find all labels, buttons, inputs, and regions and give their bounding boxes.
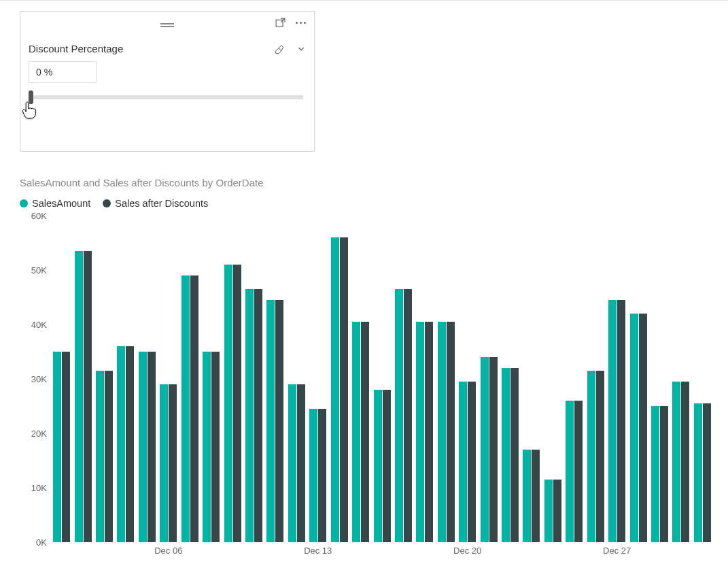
bar-salesamount[interactable] bbox=[438, 322, 446, 542]
bar-salesamount[interactable] bbox=[416, 322, 424, 542]
bar-group[interactable] bbox=[137, 216, 158, 542]
bar-group[interactable] bbox=[649, 216, 670, 542]
bar-salesamount[interactable] bbox=[523, 450, 531, 542]
bar-group[interactable] bbox=[94, 216, 115, 542]
bar-group[interactable] bbox=[264, 216, 285, 542]
bar-group[interactable] bbox=[222, 216, 243, 542]
bar-group[interactable] bbox=[414, 216, 435, 542]
bar-salesafterdiscounts[interactable] bbox=[297, 384, 305, 542]
bar-salesafterdiscounts[interactable] bbox=[148, 352, 156, 542]
bar-salesafterdiscounts[interactable] bbox=[703, 403, 711, 542]
slicer-card[interactable]: Discount Percentage 0 % bbox=[20, 11, 315, 152]
bar-group[interactable] bbox=[371, 216, 392, 542]
bar-salesafterdiscounts[interactable] bbox=[639, 314, 647, 542]
bar-salesafterdiscounts[interactable] bbox=[681, 382, 689, 542]
bar-salesamount[interactable] bbox=[374, 390, 382, 542]
eraser-icon[interactable] bbox=[273, 44, 284, 54]
bar-group[interactable] bbox=[201, 216, 222, 542]
bar-salesafterdiscounts[interactable] bbox=[340, 237, 348, 542]
bar-salesafterdiscounts[interactable] bbox=[553, 480, 561, 542]
bar-salesamount[interactable] bbox=[245, 289, 254, 542]
bar-salesafterdiscounts[interactable] bbox=[468, 382, 476, 542]
bar-salesafterdiscounts[interactable] bbox=[447, 322, 455, 542]
bar-salesamount[interactable] bbox=[309, 409, 317, 542]
bar-group[interactable] bbox=[179, 216, 201, 542]
bar-salesafterdiscounts[interactable] bbox=[574, 401, 583, 542]
bar-group[interactable] bbox=[585, 216, 606, 542]
bar-salesamount[interactable] bbox=[587, 371, 595, 542]
bar-salesamount[interactable] bbox=[566, 401, 574, 542]
bar-group[interactable] bbox=[606, 216, 627, 542]
bar-salesafterdiscounts[interactable] bbox=[190, 275, 198, 542]
bar-salesamount[interactable] bbox=[352, 322, 360, 542]
bar-salesamount[interactable] bbox=[481, 357, 489, 542]
bar-group[interactable] bbox=[393, 216, 414, 542]
bar-group[interactable] bbox=[115, 216, 136, 542]
bar-salesamount[interactable] bbox=[139, 352, 147, 542]
bar-group[interactable] bbox=[521, 216, 542, 542]
bar-salesafterdiscounts[interactable] bbox=[532, 450, 540, 542]
bar-salesamount[interactable] bbox=[395, 289, 403, 542]
bar-salesafterdiscounts[interactable] bbox=[254, 289, 262, 542]
bar-salesafterdiscounts[interactable] bbox=[169, 384, 177, 542]
bar-salesamount[interactable] bbox=[53, 352, 61, 542]
bar-salesamount[interactable] bbox=[544, 480, 553, 542]
bar-group[interactable] bbox=[478, 216, 499, 542]
bar-salesamount[interactable] bbox=[117, 346, 125, 542]
bar-group[interactable] bbox=[243, 216, 264, 542]
bar-salesafterdiscounts[interactable] bbox=[233, 265, 241, 542]
chevron-down-icon[interactable] bbox=[296, 44, 306, 54]
bar-salesamount[interactable] bbox=[160, 384, 168, 542]
bar-group[interactable] bbox=[670, 216, 691, 542]
bar-group[interactable] bbox=[500, 216, 521, 542]
bar-salesafterdiscounts[interactable] bbox=[660, 406, 668, 542]
chart-plot[interactable]: 0K10K20K30K40K50K60K Dec 06Dec 13Dec 20D… bbox=[20, 216, 713, 563]
bar-group[interactable] bbox=[158, 216, 179, 542]
bar-salesamount[interactable] bbox=[672, 382, 680, 542]
bar-salesafterdiscounts[interactable] bbox=[126, 346, 134, 542]
bar-salesafterdiscounts[interactable] bbox=[361, 322, 369, 542]
bar-salesamount[interactable] bbox=[181, 275, 190, 542]
legend-item-salesafterdiscounts[interactable]: Sales after Discounts bbox=[103, 198, 208, 209]
bar-group[interactable] bbox=[51, 216, 72, 542]
bar-salesamount[interactable] bbox=[502, 368, 510, 542]
bar-salesamount[interactable] bbox=[694, 403, 702, 542]
bar-salesafterdiscounts[interactable] bbox=[596, 371, 604, 542]
bar-group[interactable] bbox=[627, 216, 648, 542]
focus-mode-icon[interactable] bbox=[275, 17, 286, 29]
bar-salesafterdiscounts[interactable] bbox=[105, 371, 113, 542]
bar-salesafterdiscounts[interactable] bbox=[510, 368, 519, 542]
bar-group[interactable] bbox=[542, 216, 564, 542]
bar-salesamount[interactable] bbox=[608, 300, 617, 542]
bar-group[interactable] bbox=[457, 216, 478, 542]
bar-salesafterdiscounts[interactable] bbox=[84, 251, 92, 542]
bar-salesafterdiscounts[interactable] bbox=[62, 352, 70, 542]
slicer-value-input[interactable]: 0 % bbox=[29, 61, 97, 83]
bar-group[interactable] bbox=[72, 216, 93, 542]
bar-group[interactable] bbox=[564, 216, 585, 542]
bar-salesafterdiscounts[interactable] bbox=[383, 390, 391, 542]
more-options-icon[interactable] bbox=[296, 22, 306, 24]
bar-salesamount[interactable] bbox=[203, 352, 211, 542]
legend-item-salesamount[interactable]: SalesAmount bbox=[20, 198, 90, 209]
bar-salesamount[interactable] bbox=[630, 314, 638, 542]
bar-group[interactable] bbox=[328, 216, 349, 542]
bar-salesafterdiscounts[interactable] bbox=[425, 322, 433, 542]
bar-group[interactable] bbox=[307, 216, 328, 542]
slider-track[interactable] bbox=[29, 95, 303, 99]
bar-salesamount[interactable] bbox=[459, 382, 467, 542]
bar-group[interactable] bbox=[350, 216, 371, 542]
bar-salesafterdiscounts[interactable] bbox=[211, 352, 220, 542]
bar-salesamount[interactable] bbox=[96, 371, 104, 542]
bar-salesamount[interactable] bbox=[266, 300, 275, 542]
bar-salesamount[interactable] bbox=[651, 406, 659, 542]
bar-salesafterdiscounts[interactable] bbox=[318, 409, 326, 542]
bar-salesafterdiscounts[interactable] bbox=[489, 357, 498, 542]
bar-salesamount[interactable] bbox=[224, 265, 232, 542]
bar-group[interactable] bbox=[286, 216, 307, 542]
bar-salesamount[interactable] bbox=[75, 251, 83, 542]
bar-group[interactable] bbox=[692, 216, 713, 542]
bar-salesafterdiscounts[interactable] bbox=[275, 300, 283, 542]
drag-handle-icon[interactable] bbox=[160, 23, 174, 27]
slider-thumb[interactable] bbox=[29, 90, 33, 104]
